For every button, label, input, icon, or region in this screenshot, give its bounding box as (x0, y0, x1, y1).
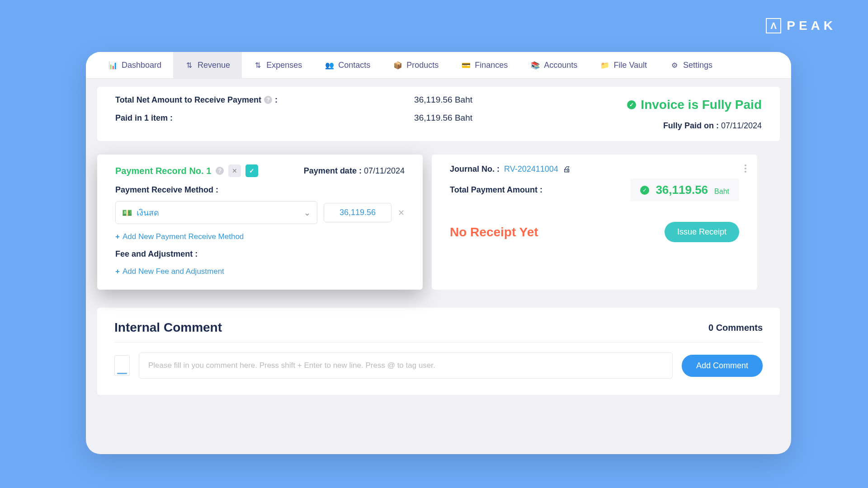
remove-row-icon[interactable]: ✕ (398, 208, 405, 218)
no-receipt-label: No Receipt Yet (450, 225, 538, 239)
tab-finances[interactable]: 💳 Finances (450, 52, 519, 78)
tab-label: Expenses (266, 61, 302, 70)
paid-items-value: 36,119.56 Baht (414, 113, 472, 123)
add-method-link[interactable]: + Add New Payment Receive Method (115, 232, 244, 241)
top-nav-tabs: 📊 Dashboard ⇅ Revenue ⇅ Expenses 👥 Conta… (86, 52, 791, 79)
total-payment-amount: 36,119.56 (656, 183, 708, 197)
tab-label: Accounts (544, 61, 577, 70)
net-amount-label: Total Net Amount to Receive Payment ? : (115, 95, 278, 105)
summary-right: ✓ Invoice is Fully Paid Fully Paid on : … (481, 95, 762, 131)
paid-items-label: Paid in 1 item : (115, 113, 173, 123)
comment-card: Internal Comment 0 Comments Please fill … (97, 308, 780, 395)
tab-dashboard[interactable]: 📊 Dashboard (97, 52, 173, 78)
tab-settings[interactable]: ⚙ Settings (659, 52, 724, 78)
summary-card: Total Net Amount to Receive Payment ? : … (97, 87, 780, 141)
total-payment-label: Total Payment Amount : (450, 185, 542, 195)
method-selected-value: เงินสด (137, 206, 159, 219)
tab-contacts[interactable]: 👥 Contacts (314, 52, 382, 78)
tab-label: Products (406, 61, 439, 70)
payment-record-title: Payment Record No. 1 (115, 166, 211, 176)
print-icon[interactable]: 🖨 (563, 164, 571, 174)
journal-card: Journal No. : RV-202411004 🖨 Total Payme… (432, 155, 757, 290)
method-label: Payment Receive Method : (115, 185, 405, 195)
cash-icon: 💵 (122, 208, 132, 218)
products-icon: 📦 (394, 61, 402, 70)
method-row: 💵 เงินสด ⌄ ✕ (115, 201, 405, 224)
tab-expenses[interactable]: ⇅ Expenses (242, 52, 314, 78)
contacts-icon: 👥 (326, 61, 334, 70)
issue-receipt-button[interactable]: Issue Receipt (665, 222, 739, 242)
paid-on: Fully Paid on : 07/11/2024 (481, 121, 762, 131)
method-amount-input[interactable] (324, 203, 392, 222)
revenue-icon: ⇅ (185, 61, 193, 70)
currency-unit: Baht (714, 188, 729, 196)
comment-input[interactable]: Please fill in you comment here. Press s… (139, 352, 673, 379)
app-window: 📊 Dashboard ⇅ Revenue ⇅ Expenses 👥 Conta… (86, 52, 791, 454)
avatar (114, 355, 130, 376)
help-icon[interactable]: ? (264, 96, 272, 104)
payment-section: Payment Record No. 1 ? ✕ ✓ Payment date … (97, 155, 780, 290)
folder-icon: 📁 (601, 61, 609, 70)
tab-label: File Vault (613, 61, 647, 70)
method-select[interactable]: 💵 เงินสด ⌄ (115, 201, 317, 224)
more-menu-icon[interactable] (745, 164, 746, 173)
total-payment-box: ✓ 36,119.56 Baht (630, 178, 739, 202)
net-amount-value: 36,119.56 Baht (414, 95, 472, 105)
tab-label: Revenue (198, 61, 230, 70)
plus-icon: + (115, 232, 120, 241)
tab-accounts[interactable]: 📚 Accounts (519, 52, 589, 78)
tab-file-vault[interactable]: 📁 File Vault (589, 52, 659, 78)
check-circle-icon: ✓ (627, 100, 636, 109)
payment-date: Payment date : 07/11/2024 (304, 166, 405, 176)
tab-label: Dashboard (122, 61, 161, 70)
tab-revenue[interactable]: ⇅ Revenue (173, 52, 242, 78)
tab-label: Finances (475, 61, 508, 70)
brand-logo-icon: Λ (766, 18, 781, 33)
help-icon[interactable]: ? (216, 167, 224, 175)
add-fee-link[interactable]: + Add New Fee and Adjustment (115, 267, 224, 276)
plus-icon: + (115, 267, 120, 276)
summary-left: Total Net Amount to Receive Payment ? : … (115, 95, 472, 131)
check-circle-icon: ✓ (640, 186, 649, 195)
journal-no-label: Journal No. : (450, 164, 500, 174)
add-comment-button[interactable]: Add Comment (682, 355, 763, 377)
brand-name: PEAK (787, 19, 836, 33)
content-area: Total Net Amount to Receive Payment ? : … (86, 79, 791, 403)
paid-status: ✓ Invoice is Fully Paid (627, 98, 762, 112)
dashboard-icon: 📊 (109, 61, 117, 70)
expenses-icon: ⇅ (254, 61, 262, 70)
comment-count: 0 Comments (708, 323, 763, 333)
confirm-button[interactable]: ✓ (245, 164, 258, 177)
journal-number-link[interactable]: RV-202411004 (504, 164, 558, 174)
accounts-icon: 📚 (531, 61, 539, 70)
gear-icon: ⚙ (670, 61, 679, 70)
dismiss-button[interactable]: ✕ (228, 164, 241, 177)
brand-logo: Λ PEAK (766, 18, 836, 33)
payment-record-card: Payment Record No. 1 ? ✕ ✓ Payment date … (97, 155, 423, 290)
fee-label: Fee and Adjustment : (115, 249, 405, 259)
tab-products[interactable]: 📦 Products (382, 52, 450, 78)
finances-icon: 💳 (462, 61, 470, 70)
tab-label: Settings (683, 61, 712, 70)
tab-label: Contacts (338, 61, 370, 70)
chevron-down-icon: ⌄ (304, 208, 311, 218)
comment-title: Internal Comment (114, 320, 222, 335)
